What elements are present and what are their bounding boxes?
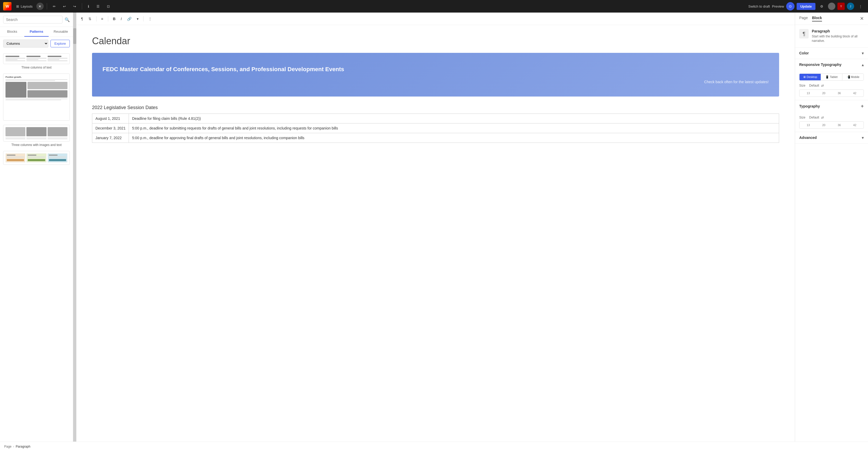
update-button[interactable]: Update (797, 3, 815, 10)
responsive-tick-2: 20 (822, 92, 826, 95)
topbar-separator-1 (47, 3, 47, 9)
preview-button[interactable]: Preview (772, 4, 784, 8)
close-button[interactable]: ✕ (36, 3, 44, 10)
preview-circle-button[interactable]: ⊙ (786, 2, 795, 10)
info-button[interactable]: ℹ (85, 3, 92, 10)
right-sidebar: Page Block ✕ ¶ Paragraph Start with the … (795, 12, 868, 442)
undo-button[interactable]: ↩ (60, 3, 68, 10)
breadcrumb-page[interactable]: Page (4, 445, 11, 448)
device-view-tabs: 🖥 Desktop 📱 Tablet 📲 Mobile (799, 73, 864, 81)
jetpack-icon: J (847, 3, 854, 10)
yoast-icon: Y (837, 3, 845, 10)
sidebar-tab-blocks[interactable]: Blocks (0, 27, 24, 37)
typography-size-slider[interactable]: 13 20 36 42 (799, 121, 864, 129)
desktop-view-tab[interactable]: 🖥 Desktop (800, 74, 821, 80)
responsive-size-reset-button[interactable]: ⇄ (821, 84, 824, 87)
pattern-label-3: Three columns with images and text (11, 143, 61, 147)
pattern-preview-three-col-img[interactable] (3, 125, 70, 142)
banner-sub-text: Check back often for the latest updates! (102, 80, 769, 84)
switch-draft-button[interactable]: Switch to draft (748, 4, 770, 8)
columns-filter[interactable]: Columns (3, 39, 49, 48)
calendar-banner[interactable]: FEDC Master Calendar of Conferences, Ses… (92, 53, 779, 96)
list-view-button[interactable]: ☰ (94, 3, 102, 10)
tablet-icon: 📱 (826, 76, 829, 79)
view-button[interactable]: ⊡ (104, 3, 113, 10)
responsive-tick-4: 42 (853, 92, 856, 95)
mobile-icon: 📲 (846, 76, 850, 79)
desktop-icon: 🖥 (803, 76, 806, 79)
typography-tick-4: 42 (853, 123, 856, 127)
responsive-typography-chevron-up-icon: ▴ (862, 62, 864, 67)
more-rich-text-button[interactable]: ▾ (135, 16, 140, 22)
link-button[interactable]: 🔗 (125, 16, 133, 22)
typography-size-reset-button[interactable]: ⇄ (821, 116, 824, 119)
pattern-preview-membership[interactable] (3, 151, 70, 165)
table-cell-desc-3: 5:00 p.m., deadline for approving final … (129, 133, 779, 143)
breadcrumb-paragraph: Paragraph (16, 445, 30, 448)
pattern-preview-three-col-text[interactable] (3, 53, 70, 64)
block-options-button[interactable]: ⋮ (147, 16, 153, 22)
typography-panel-content: Size Default ⇄ 13 20 36 42 (795, 113, 868, 132)
sidebar-tab-patterns[interactable]: Patterns (24, 27, 49, 37)
banner-main-text: FEDC Master Calendar of Conferences, Ses… (102, 65, 769, 73)
right-close-button[interactable]: ✕ (860, 16, 864, 22)
typography-size-row: Size Default ⇄ (799, 116, 864, 119)
align-button[interactable]: ≡ (100, 16, 105, 22)
search-bar: 🔍 (0, 12, 73, 27)
block-details: Paragraph Start with the building block … (812, 29, 864, 43)
page-title-area: Calendar (92, 36, 779, 47)
color-panel: Color ▾ (795, 48, 868, 59)
list-item: Three columns of text (3, 53, 70, 69)
advanced-panel-header[interactable]: Advanced ▾ (795, 132, 868, 143)
sidebar-tab-reusable[interactable]: Reusable (49, 27, 73, 37)
bold-button[interactable]: B (112, 16, 117, 22)
wp-logo: W (3, 2, 11, 10)
typography-size-label: Size (799, 116, 807, 119)
section-title: 2022 Legislative Session Dates (92, 105, 779, 111)
center-scrollbar[interactable] (73, 12, 76, 442)
typography-panel-header[interactable]: Typography + (795, 100, 868, 113)
topbar-separator-2 (82, 3, 82, 9)
search-input[interactable] (3, 16, 62, 24)
responsive-typography-panel-header[interactable]: Responsive Typography ▴ (795, 59, 868, 70)
editor-area: ¶ ⇅ ≡ B I 🔗 ▾ ⋮ Calendar FEDC Master Cal… (76, 12, 795, 442)
tablet-view-tab[interactable]: 📱 Tablet (821, 74, 842, 80)
responsive-tick-1: 13 (807, 92, 810, 95)
more-options-button[interactable]: ⋮ (856, 3, 865, 10)
italic-button[interactable]: I (119, 16, 123, 22)
responsive-tick-3: 36 (838, 92, 841, 95)
responsive-size-slider[interactable]: 13 20 36 42 (799, 89, 864, 97)
paragraph-block-button[interactable]: ¶ (80, 16, 85, 22)
list-item: Positive growth. (3, 73, 70, 121)
redo-button[interactable]: ↪ (70, 3, 79, 10)
responsive-typography-panel-title: Responsive Typography (799, 62, 842, 67)
block-name: Paragraph (812, 29, 864, 33)
settings-button[interactable]: ⚙ (817, 3, 826, 10)
responsive-size-label: Size (799, 84, 807, 87)
editor-content[interactable]: Calendar FEDC Master Calendar of Confere… (76, 25, 795, 442)
patterns-list: Three columns of text Positive growth. (0, 50, 73, 442)
typography-panel: Typography + Size Default ⇄ 13 20 36 42 (795, 100, 868, 132)
layouts-label: Layouts (21, 4, 33, 8)
search-icon-button[interactable]: 🔍 (65, 17, 70, 22)
right-tab-block[interactable]: Block (812, 16, 822, 22)
color-panel-header[interactable]: Color ▾ (795, 48, 868, 59)
block-paragraph-icon: ¶ (799, 29, 809, 38)
typography-add-button[interactable]: + (861, 103, 864, 109)
pattern-preview-positive-growth[interactable]: Positive growth. (3, 73, 70, 121)
right-tab-page[interactable]: Page (799, 16, 808, 22)
block-info: ¶ Paragraph Start with the building bloc… (795, 25, 868, 48)
block-level-button[interactable]: ⇅ (87, 16, 93, 22)
layouts-button[interactable]: ⊞ Layouts (13, 3, 35, 10)
left-sidebar: 🔍 Blocks Patterns Reusable Columns Explo… (0, 12, 73, 442)
mobile-view-tab[interactable]: 📲 Mobile (842, 74, 864, 80)
page-title[interactable]: Calendar (92, 36, 779, 47)
responsive-typography-panel: Responsive Typography ▴ 🖥 Desktop 📱 Tabl… (795, 59, 868, 100)
toolbar-separator-2 (108, 16, 108, 22)
typography-size-ticks: 13 20 36 42 (800, 123, 864, 127)
explore-button[interactable]: Explore (51, 40, 70, 47)
table-row: December 3, 2021 5:00 p.m., deadline for… (92, 123, 779, 133)
advanced-chevron-down-icon: ▾ (862, 135, 864, 140)
user-avatar (828, 3, 835, 10)
pen-button[interactable]: ✏ (50, 3, 58, 10)
